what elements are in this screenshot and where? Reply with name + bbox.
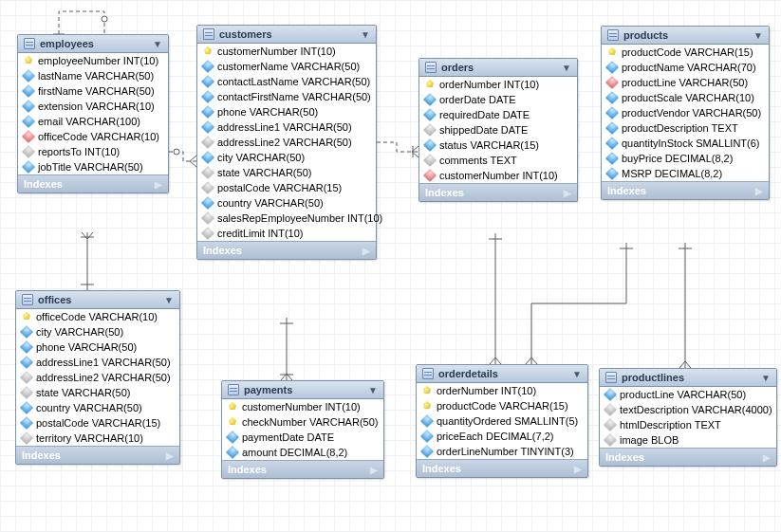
table-header[interactable]: payments▼	[222, 381, 383, 399]
expand-icon[interactable]: ▶	[763, 452, 771, 463]
column-row[interactable]: orderNumber INT(10)	[419, 77, 577, 92]
column-row[interactable]: checkNumber VARCHAR(50)	[222, 414, 383, 430]
column-row[interactable]: productLine VARCHAR(50)	[602, 75, 769, 90]
table-offices[interactable]: offices▼officeCode VARCHAR(10)city VARCH…	[15, 290, 180, 465]
table-productlines[interactable]: productlines▼productLine VARCHAR(50)text…	[599, 368, 777, 467]
column-row[interactable]: htmlDescription TEXT	[600, 417, 776, 432]
column-icon	[605, 91, 619, 104]
collapse-icon[interactable]: ▼	[368, 385, 378, 395]
column-row[interactable]: extension VARCHAR(10)	[18, 99, 168, 114]
column-row[interactable]: status VARCHAR(15)	[419, 138, 577, 153]
column-row[interactable]: employeeNumber INT(10)	[18, 53, 168, 68]
collapse-icon[interactable]: ▼	[761, 373, 771, 383]
table-header[interactable]: orders▼	[419, 59, 577, 77]
column-row[interactable]: addressLine1 VARCHAR(50)	[16, 355, 179, 370]
indexes-section[interactable]: Indexes▶	[600, 448, 776, 466]
table-header[interactable]: products▼	[602, 27, 769, 45]
column-row[interactable]: addressLine2 VARCHAR(50)	[197, 135, 376, 150]
collapse-icon[interactable]: ▼	[164, 295, 174, 305]
table-employees[interactable]: employees▼employeeNumber INT(10)lastName…	[17, 34, 169, 193]
table-orders[interactable]: orders▼orderNumber INT(10)orderDate DATE…	[418, 58, 578, 202]
collapse-icon[interactable]: ▼	[753, 30, 763, 41]
column-row[interactable]: productDescription TEXT	[602, 120, 769, 136]
column-row[interactable]: image BLOB	[600, 432, 776, 448]
expand-icon[interactable]: ▶	[370, 465, 378, 475]
table-header[interactable]: customers▼	[197, 26, 376, 44]
column-row[interactable]: contactLastName VARCHAR(50)	[197, 74, 376, 89]
column-row[interactable]: textDescription VARCHAR(4000)	[600, 402, 776, 417]
column-row[interactable]: priceEach DECIMAL(7,2)	[417, 429, 587, 444]
column-row[interactable]: shippedDate DATE	[419, 122, 577, 138]
column-row[interactable]: email VARCHAR(100)	[18, 114, 168, 129]
indexes-section[interactable]: Indexes▶	[222, 460, 383, 478]
column-row[interactable]: territory VARCHAR(10)	[16, 431, 179, 446]
column-row[interactable]: city VARCHAR(50)	[16, 324, 179, 339]
column-row[interactable]: customerNumber INT(10)	[222, 399, 383, 414]
column-row[interactable]: MSRP DECIMAL(8,2)	[602, 166, 769, 181]
column-row[interactable]: phone VARCHAR(50)	[16, 339, 179, 355]
column-row[interactable]: paymentDate DATE	[222, 430, 383, 445]
indexes-section[interactable]: Indexes▶	[16, 446, 179, 464]
expand-icon[interactable]: ▶	[755, 186, 763, 196]
indexes-section[interactable]: Indexes▶	[419, 183, 577, 201]
indexes-section[interactable]: Indexes▶	[18, 174, 168, 193]
column-row[interactable]: customerNumber INT(10)	[419, 168, 577, 183]
column-row[interactable]: jobTitle VARCHAR(50)	[18, 159, 168, 174]
column-row[interactable]: productScale VARCHAR(10)	[602, 90, 769, 105]
column-row[interactable]: state VARCHAR(50)	[197, 165, 376, 180]
column-row[interactable]: contactFirstName VARCHAR(50)	[197, 89, 376, 104]
column-row[interactable]: creditLimit INT(10)	[197, 226, 376, 241]
indexes-section[interactable]: Indexes▶	[417, 459, 587, 477]
table-products[interactable]: products▼productCode VARCHAR(15)productN…	[601, 26, 770, 200]
column-row[interactable]: orderNumber INT(10)	[417, 383, 587, 398]
column-row[interactable]: amount DECIMAL(8,2)	[222, 445, 383, 460]
column-row[interactable]: productVendor VARCHAR(50)	[602, 105, 769, 120]
expand-icon[interactable]: ▶	[166, 450, 174, 461]
expand-icon[interactable]: ▶	[155, 179, 162, 190]
table-orderdetails[interactable]: orderdetails▼orderNumber INT(10)productC…	[416, 364, 588, 478]
column-row[interactable]: quantityOrdered SMALLINT(5)	[417, 413, 587, 429]
column-row[interactable]: city VARCHAR(50)	[197, 150, 376, 165]
column-row[interactable]: customerName VARCHAR(50)	[197, 59, 376, 74]
column-row[interactable]: phone VARCHAR(50)	[197, 104, 376, 119]
column-row[interactable]: officeCode VARCHAR(10)	[16, 309, 179, 324]
expand-icon[interactable]: ▶	[363, 246, 370, 256]
column-row[interactable]: postalCode VARCHAR(15)	[16, 415, 179, 431]
column-row[interactable]: country VARCHAR(50)	[16, 400, 179, 415]
column-row[interactable]: productCode VARCHAR(15)	[417, 398, 587, 413]
column-row[interactable]: productLine VARCHAR(50)	[600, 387, 776, 402]
collapse-icon[interactable]: ▼	[153, 39, 162, 49]
expand-icon[interactable]: ▶	[564, 188, 571, 198]
column-row[interactable]: addressLine1 VARCHAR(50)	[197, 119, 376, 135]
column-row[interactable]: productCode VARCHAR(15)	[602, 45, 769, 60]
column-row[interactable]: productName VARCHAR(70)	[602, 60, 769, 75]
table-payments[interactable]: payments▼customerNumber INT(10)checkNumb…	[221, 380, 384, 479]
column-row[interactable]: comments TEXT	[419, 153, 577, 168]
column-row[interactable]: salesRepEmployeeNumber INT(10)	[197, 211, 376, 226]
indexes-section[interactable]: Indexes▶	[197, 241, 376, 259]
column-row[interactable]: reportsTo INT(10)	[18, 144, 168, 159]
column-row[interactable]: requiredDate DATE	[419, 107, 577, 122]
column-row[interactable]: buyPrice DECIMAL(8,2)	[602, 151, 769, 166]
expand-icon[interactable]: ▶	[574, 464, 582, 474]
table-header[interactable]: orderdetails▼	[417, 365, 587, 383]
column-row[interactable]: orderDate DATE	[419, 92, 577, 107]
collapse-icon[interactable]: ▼	[562, 63, 571, 73]
table-header[interactable]: employees▼	[18, 35, 168, 53]
collapse-icon[interactable]: ▼	[572, 369, 582, 379]
column-row[interactable]: firstName VARCHAR(50)	[18, 83, 168, 99]
column-row[interactable]: officeCode VARCHAR(10)	[18, 129, 168, 144]
indexes-section[interactable]: Indexes▶	[602, 181, 769, 199]
table-header[interactable]: offices▼	[16, 291, 179, 309]
column-row[interactable]: lastName VARCHAR(50)	[18, 68, 168, 83]
column-row[interactable]: orderLineNumber TINYINT(3)	[417, 444, 587, 459]
table-header[interactable]: productlines▼	[600, 369, 776, 387]
column-row[interactable]: customerNumber INT(10)	[197, 44, 376, 59]
column-row[interactable]: country VARCHAR(50)	[197, 195, 376, 211]
table-customers[interactable]: customers▼customerNumber INT(10)customer…	[196, 25, 377, 260]
column-row[interactable]: addressLine2 VARCHAR(50)	[16, 370, 179, 385]
column-row[interactable]: state VARCHAR(50)	[16, 385, 179, 400]
column-row[interactable]: quantityInStock SMALLINT(6)	[602, 136, 769, 151]
collapse-icon[interactable]: ▼	[361, 29, 370, 40]
column-row[interactable]: postalCode VARCHAR(15)	[197, 180, 376, 195]
